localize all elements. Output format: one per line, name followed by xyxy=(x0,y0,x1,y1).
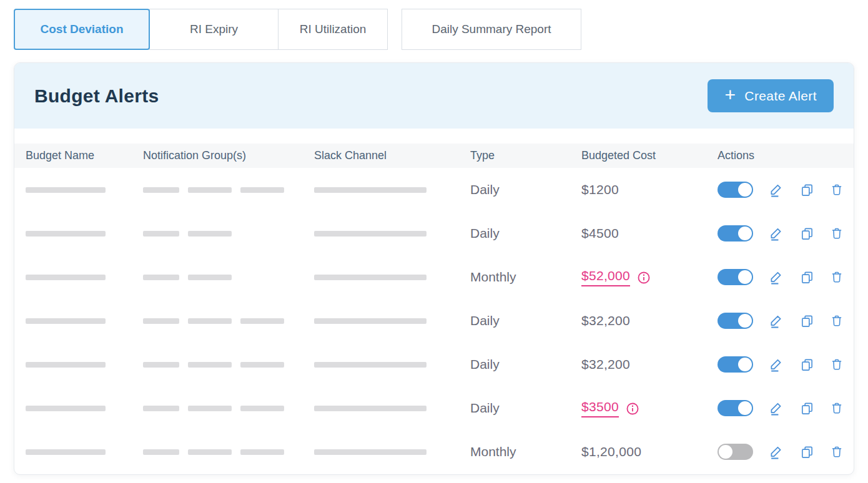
table-row: Daily $4500 xyxy=(14,212,854,255)
delete-icon[interactable] xyxy=(830,314,844,328)
type-cell: Monthly xyxy=(470,270,581,285)
delete-icon[interactable] xyxy=(830,270,844,284)
budget-name-placeholder-bar xyxy=(26,187,106,193)
copy-icon[interactable] xyxy=(800,183,814,197)
column-header-slack-channel: Slack Channel xyxy=(314,149,470,162)
budget-name-placeholder-bar xyxy=(26,406,106,411)
notification-groups-cell xyxy=(143,187,314,193)
copy-icon[interactable] xyxy=(800,445,814,459)
table-row: Monthly $1,20,000 xyxy=(14,430,854,474)
tab-ri-utilization[interactable]: RI Utilization xyxy=(278,9,388,50)
tab-daily-summary-report[interactable]: Daily Summary Report xyxy=(402,9,581,50)
tab-cost-deviation[interactable]: Cost Deviation xyxy=(14,9,150,50)
budgeted-cost-value: $1,20,000 xyxy=(581,444,641,459)
table-body: Daily $1200 xyxy=(14,168,854,474)
notification-groups-cell xyxy=(143,406,314,411)
delete-icon[interactable] xyxy=(830,227,844,240)
toggle[interactable] xyxy=(718,444,753,460)
toggle-knob xyxy=(738,314,752,328)
notification-group-placeholder-bar xyxy=(188,187,232,193)
budget-name-cell xyxy=(26,231,143,237)
budgeted-cost-value: $3500 xyxy=(581,399,619,417)
edit-icon[interactable] xyxy=(769,313,784,329)
toggle[interactable] xyxy=(718,225,753,242)
budget-name-cell xyxy=(26,449,143,455)
budget-name-placeholder-bar xyxy=(26,231,106,237)
edit-icon[interactable] xyxy=(769,357,784,373)
budgeted-cost-cell: $32,200 xyxy=(581,357,718,372)
notification-group-placeholder-bar xyxy=(240,318,284,324)
copy-icon[interactable] xyxy=(800,401,814,416)
type-cell: Daily xyxy=(470,357,581,372)
budgeted-cost-value: $32,200 xyxy=(581,313,630,328)
edit-icon[interactable] xyxy=(769,444,784,460)
delete-icon[interactable] xyxy=(830,358,844,371)
type-cell: Daily xyxy=(470,313,581,328)
plus-icon: + xyxy=(724,85,736,104)
notification-group-placeholder-bar xyxy=(188,275,232,280)
slack-channel-placeholder-bar xyxy=(314,275,427,280)
toggle[interactable] xyxy=(718,182,753,198)
slack-channel-placeholder-bar xyxy=(314,449,427,455)
table-row: Monthly $52,000 xyxy=(14,255,854,299)
table-row: Daily $3500 xyxy=(14,386,854,430)
delete-icon[interactable] xyxy=(830,445,844,459)
toggle-knob xyxy=(738,358,752,371)
edit-icon[interactable] xyxy=(769,401,784,416)
notification-group-placeholder-bar xyxy=(188,318,232,324)
notification-group-placeholder-bar xyxy=(143,187,179,193)
tab-ri-expiry[interactable]: RI Expiry xyxy=(149,9,279,50)
budget-name-cell xyxy=(26,275,143,280)
budget-alerts-panel: Budget Alerts + Create Alert Budget Name… xyxy=(14,62,854,475)
slack-channel-cell xyxy=(314,449,470,455)
delete-icon[interactable] xyxy=(830,401,844,415)
notification-groups-cell xyxy=(143,362,314,368)
toggle[interactable] xyxy=(718,313,753,329)
toggle[interactable] xyxy=(718,400,753,416)
delete-icon[interactable] xyxy=(830,183,844,197)
notification-groups-cell xyxy=(143,318,314,324)
budget-name-cell xyxy=(26,318,143,324)
info-icon[interactable] xyxy=(637,271,651,285)
slack-channel-cell xyxy=(314,187,470,193)
notification-group-placeholder-bar xyxy=(143,231,179,237)
toggle-knob xyxy=(738,401,752,415)
copy-icon[interactable] xyxy=(800,227,814,241)
notification-group-placeholder-bar xyxy=(143,449,179,455)
budgeted-cost-cell: $32,200 xyxy=(581,313,718,328)
slack-channel-cell xyxy=(314,362,470,368)
toggle[interactable] xyxy=(718,356,753,373)
budgeted-cost-cell: $1,20,000 xyxy=(581,444,718,459)
table-header-row: Budget NameNotification Group(s)Slack Ch… xyxy=(14,144,854,168)
copy-icon[interactable] xyxy=(800,270,814,285)
notification-group-placeholder-bar xyxy=(188,231,232,237)
slack-channel-cell xyxy=(314,275,470,280)
notification-group-placeholder-bar xyxy=(143,406,179,411)
toggle-knob xyxy=(738,183,752,197)
column-header-budget-name: Budget Name xyxy=(26,149,143,162)
create-alert-label: Create Alert xyxy=(744,89,817,104)
create-alert-button[interactable]: + Create Alert xyxy=(708,79,834,112)
notification-group-placeholder-bar xyxy=(143,318,179,324)
slack-channel-placeholder-bar xyxy=(314,406,427,411)
edit-icon[interactable] xyxy=(769,182,784,198)
slack-channel-cell xyxy=(314,318,470,324)
toggle[interactable] xyxy=(718,269,753,285)
budgeted-cost-value: $1200 xyxy=(581,182,619,197)
edit-icon[interactable] xyxy=(769,270,784,285)
notification-group-placeholder-bar xyxy=(188,362,232,368)
notification-groups-cell xyxy=(143,231,314,237)
type-cell: Daily xyxy=(470,401,581,416)
copy-icon[interactable] xyxy=(800,314,814,328)
toggle-knob xyxy=(738,227,752,240)
copy-icon[interactable] xyxy=(800,358,814,372)
actions-cell xyxy=(718,313,844,329)
info-icon[interactable] xyxy=(626,402,639,416)
slack-channel-placeholder-bar xyxy=(314,362,427,368)
notification-group-placeholder-bar xyxy=(240,449,284,455)
edit-icon[interactable] xyxy=(769,226,784,242)
table-row: Daily $32,200 xyxy=(14,299,854,343)
type-cell: Daily xyxy=(470,182,581,197)
notification-groups-cell xyxy=(143,275,314,280)
slack-channel-placeholder-bar xyxy=(314,187,427,193)
